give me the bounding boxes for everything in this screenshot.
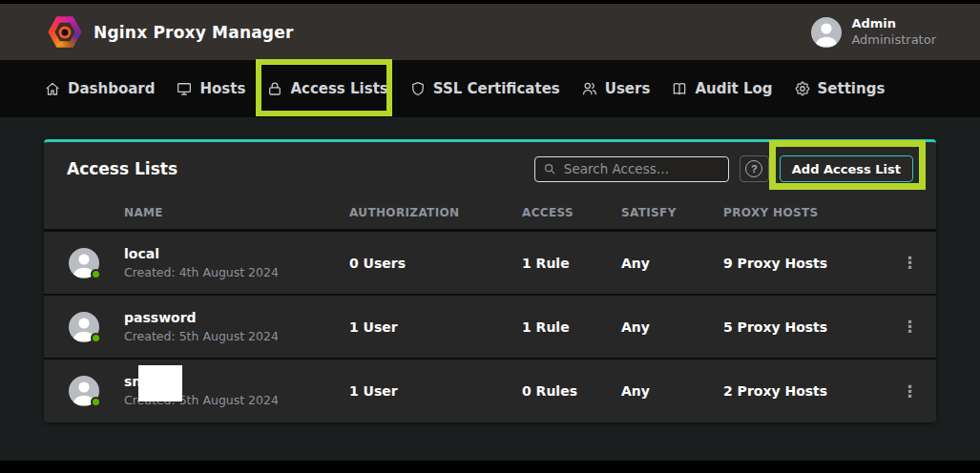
online-status-dot xyxy=(91,269,101,279)
search-icon xyxy=(543,162,556,175)
nav-label: Hosts xyxy=(199,80,245,97)
nav-item-settings[interactable]: Settings xyxy=(794,80,886,97)
redaction-box xyxy=(138,365,182,401)
table-row-local[interactable]: local Created: 4th August 2024 0 Users 1… xyxy=(44,232,936,296)
column-header-authorization: AUTHORIZATION xyxy=(349,206,522,219)
help-icon: ? xyxy=(745,160,762,177)
online-status-dot xyxy=(91,333,101,343)
nav-label: Settings xyxy=(818,80,886,97)
app-logo-icon xyxy=(48,16,82,49)
user-menu[interactable]: Admin Administrator xyxy=(811,16,936,48)
help-button[interactable]: ? xyxy=(740,155,769,182)
main-nav: Dashboard Hosts Access Lists SSL Certifi… xyxy=(0,60,980,117)
column-header-satisfy: SATISFY xyxy=(621,206,723,219)
column-header-name: NAME xyxy=(44,206,349,219)
proxy-hosts-value: 9 Proxy Hosts xyxy=(723,256,884,271)
table-row-password[interactable]: password Created: 5th August 2024 1 User… xyxy=(44,296,936,360)
user-name: Admin xyxy=(851,16,936,31)
nav-item-users[interactable]: Users xyxy=(581,80,651,97)
table-header: NAME AUTHORIZATION ACCESS SATISFY PROXY … xyxy=(44,195,936,232)
users-icon xyxy=(581,80,598,97)
nav-item-access-lists[interactable]: Access Lists xyxy=(266,80,387,97)
gear-icon xyxy=(794,80,811,97)
satisfy-value: Any xyxy=(621,383,723,399)
authorization-value: 0 Users xyxy=(349,256,522,271)
kebab-menu-icon[interactable]: ⋮ xyxy=(902,319,918,335)
search-input[interactable] xyxy=(564,161,720,176)
panel-header: Access Lists ? Add Access List xyxy=(44,142,936,195)
nav-item-hosts[interactable]: Hosts xyxy=(176,80,245,97)
avatar xyxy=(69,376,99,406)
user-role: Administrator xyxy=(851,32,936,48)
main-content: Access Lists ? Add Access List NAME AUTH… xyxy=(0,117,980,461)
authorization-value: 1 User xyxy=(349,319,522,335)
kebab-menu-icon[interactable]: ⋮ xyxy=(902,383,918,400)
satisfy-value: Any xyxy=(621,256,723,271)
table-row-redacted[interactable]: sn Created: 5th August 2024 1 User 0 Rul… xyxy=(44,360,936,422)
nav-item-audit-log[interactable]: Audit Log xyxy=(671,80,772,97)
access-value: 1 Rule xyxy=(522,319,621,335)
created-date: Created: 4th August 2024 xyxy=(124,265,279,280)
app-title: Nginx Proxy Manager xyxy=(94,23,294,42)
nav-label: Audit Log xyxy=(695,80,772,97)
nav-item-ssl-certificates[interactable]: SSL Certificates xyxy=(409,80,560,97)
monitor-icon xyxy=(176,80,193,97)
user-avatar xyxy=(811,17,842,48)
nav-item-dashboard[interactable]: Dashboard xyxy=(44,80,155,97)
created-date: Created: 5th August 2024 xyxy=(124,329,279,344)
access-lists-panel: Access Lists ? Add Access List NAME AUTH… xyxy=(44,139,936,422)
lock-icon xyxy=(266,80,283,97)
satisfy-value: Any xyxy=(621,319,723,335)
nav-label: SSL Certificates xyxy=(433,80,560,97)
column-header-access: ACCESS xyxy=(522,206,621,219)
proxy-hosts-value: 2 Proxy Hosts xyxy=(723,383,884,399)
home-icon xyxy=(44,80,61,97)
access-value: 1 Rule xyxy=(522,256,621,271)
access-value: 0 Rules xyxy=(522,383,621,399)
kebab-menu-icon[interactable]: ⋮ xyxy=(902,255,918,271)
column-header-proxy-hosts: PROXY HOSTS xyxy=(723,206,884,219)
search-box xyxy=(534,156,729,182)
avatar xyxy=(69,248,99,278)
authorization-value: 1 User xyxy=(349,383,522,399)
book-icon xyxy=(671,80,688,97)
avatar xyxy=(69,312,99,342)
add-access-list-button[interactable]: Add Access List xyxy=(780,155,913,182)
panel-title: Access Lists xyxy=(67,159,177,178)
access-list-name: password xyxy=(124,309,279,326)
nav-label: Users xyxy=(605,80,651,97)
app-header: Nginx Proxy Manager Admin Administrator xyxy=(0,4,980,60)
proxy-hosts-value: 5 Proxy Hosts xyxy=(723,319,884,335)
shield-icon xyxy=(409,80,427,97)
online-status-dot xyxy=(91,397,101,407)
nav-label: Dashboard xyxy=(68,80,155,97)
access-list-name: local xyxy=(124,245,279,262)
nginx-proxy-manager-page: Nginx Proxy Manager Admin Administrator … xyxy=(0,0,980,473)
nav-label: Access Lists xyxy=(290,80,387,97)
